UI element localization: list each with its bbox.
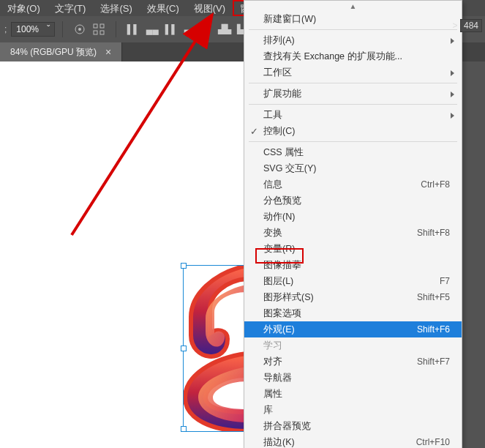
menu-item-libraries[interactable]: 库 [244,402,462,418]
svg-rect-4 [94,31,97,34]
menu-item-workspace[interactable]: 工作区 [244,64,462,81]
document-tab-label: 84% (RGB/GPU 预览) [10,46,97,59]
window-menu: ▲ 新建窗口(W) 排列(A) 查找有关 Exchange 的扩展功能... 工… [244,0,462,448]
menu-item-extensions[interactable]: 扩展功能 [244,86,462,102]
zoom-select[interactable]: 100%ˇ [11,22,55,37]
width-input[interactable]: 484 [460,19,482,32]
menu-item-variables[interactable]: 变量(R) [244,241,462,257]
tool-icon[interactable] [72,22,87,37]
menu-item-sep-preview[interactable]: 分色预览 [244,193,462,209]
svg-rect-5 [100,31,104,34]
menu-item-svg[interactable]: SVG 交互(Y) [244,160,462,176]
menu-item-navigator[interactable]: 导航器 [244,370,462,386]
menu-item-stroke[interactable]: 描边(K)Ctrl+F10 [244,434,462,448]
align-icon[interactable]: ▄▄ [183,22,198,37]
menu-item-pattern-options[interactable]: 图案选项 [244,305,462,321]
menu-item-actions[interactable]: 动作(N) [244,209,462,225]
zoom-label: ; [4,24,7,34]
menu-item-appearance[interactable]: 外观(E)Shift+F6 [244,321,462,337]
menu-item-learn: 学习 [244,337,462,354]
menu-effect[interactable]: 效果(C) [140,0,187,16]
svg-rect-2 [94,24,97,28]
menu-view[interactable]: 视图(V) [187,0,233,16]
scroll-up-icon[interactable]: ▲ [244,1,462,11]
menu-select[interactable]: 选择(S) [93,0,139,16]
menu-item-new-window[interactable]: 新建窗口(W) [244,11,462,27]
link-icon[interactable]: > [453,20,458,31]
menu-item-image-trace[interactable]: 图像描摹 [244,257,462,273]
width-input-group: > 484 [453,20,482,31]
menu-item-flattener[interactable]: 拼合器预览 [244,418,462,434]
selected-artwork[interactable] [183,265,247,432]
menu-item-transform[interactable]: 变换Shift+F8 [244,225,462,241]
right-panel[interactable] [461,61,485,448]
menu-item-control[interactable]: 控制(C) [244,123,462,139]
menu-item-css[interactable]: CSS 属性 [244,144,462,160]
close-icon[interactable]: × [105,46,111,58]
chevron-down-icon: ˇ [47,24,50,34]
align-icon[interactable]: ▌▌ [164,22,178,37]
menu-item-layers[interactable]: 图层(L)F7 [244,273,462,289]
align-icon[interactable]: ▄▄ [145,22,159,37]
menu-item-graphic-styles[interactable]: 图形样式(S)Shift+F5 [244,289,462,305]
zoom-value: 100% [16,24,39,34]
menu-text[interactable]: 文字(T) [48,0,94,16]
menu-item-arrange[interactable]: 排列(A) [244,32,462,48]
menu-item-info[interactable]: 信息Ctrl+F8 [244,176,462,193]
tool-icon[interactable] [91,22,106,37]
menu-item-attributes[interactable]: 属性 [244,386,462,402]
menu-item-align[interactable]: 对齐Shift+F7 [244,354,462,370]
svg-point-1 [78,28,81,31]
document-tab[interactable]: 84% (RGB/GPU 预览) × [0,42,122,61]
svg-rect-3 [100,24,104,28]
menu-object[interactable]: 对象(O) [0,0,48,16]
menu-item-exchange[interactable]: 查找有关 Exchange 的扩展功能... [244,48,462,64]
menu-item-tools[interactable]: 工具 [244,107,462,123]
align-icon[interactable]: ▌▌ [126,22,140,37]
distribute-icon[interactable]: ▟▙ [217,22,232,37]
